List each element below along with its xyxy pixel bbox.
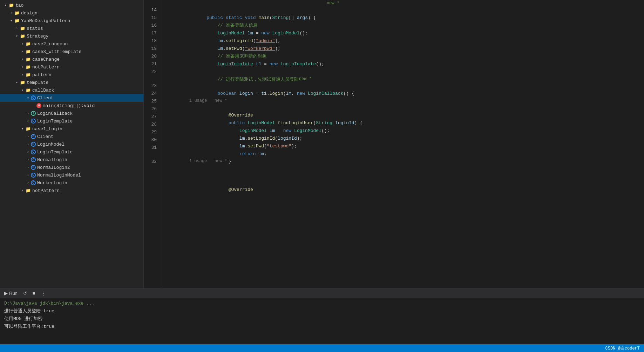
- sidebar-item-main-method[interactable]: m main(String[]):void: [0, 102, 143, 109]
- sidebar-item-normalLoginModel[interactable]: C NormalLoginModel: [0, 171, 143, 179]
- console-output-line-3: 可以登陆工作平台:true: [4, 323, 640, 331]
- chevron-normalLogin: [25, 157, 31, 162]
- label-notPattern-s: notPattern: [32, 65, 60, 70]
- folder-icon-design: 📁: [14, 10, 20, 16]
- rerun-icon: ↺: [23, 291, 27, 296]
- label-normalLogin: NormalLogin: [37, 157, 67, 162]
- code-line-22: // 进行登陆测试，先测试普通人员登陆: [168, 68, 644, 76]
- sidebar-item-workerLogin[interactable]: C WorkerLogin: [0, 179, 143, 187]
- status-bar: CSDN @白coderT: [0, 344, 644, 352]
- chevron-strategy: [14, 33, 20, 39]
- class-icon-client2: C: [31, 134, 36, 139]
- run-tab-button[interactable]: ▶ Run: [3, 290, 19, 297]
- chevron-case2: [20, 41, 25, 47]
- code-line-27: LoginModel lm = new LoginModel();: [168, 119, 644, 127]
- label-loginCallback: LoginCallback: [37, 111, 73, 116]
- label-client: Client: [37, 95, 54, 101]
- chevron-status: [14, 26, 20, 31]
- label-tao: tao: [15, 3, 23, 8]
- class-icon-normalLogin2: C: [31, 165, 36, 170]
- chevron-tao: [3, 2, 8, 8]
- class-icon-normalLoginModel: C: [31, 173, 36, 178]
- sidebar-item-design[interactable]: 📁 design: [0, 9, 143, 17]
- code-line-21: [168, 60, 644, 68]
- chevron-workerLogin: [25, 180, 31, 186]
- chevron-client2: [25, 134, 31, 139]
- console-output: D:\Java\java_jdk\bin\java.exe ... 进行普通人员…: [0, 298, 644, 344]
- label-strategy: Strategy: [27, 34, 48, 39]
- code-line-18: lm.setPwd("workerpwd");: [168, 37, 644, 45]
- code-editor[interactable]: ▶ 14 15 16 17 18 19 20 21 22 23 24 25: [144, 0, 644, 288]
- sidebar-item-tao[interactable]: 📁 tao: [0, 1, 143, 9]
- chevron-caseChange: [20, 57, 25, 62]
- sidebar-item-callBack[interactable]: 📁 callBack: [0, 86, 143, 94]
- rerun-button[interactable]: ↺: [22, 290, 28, 297]
- code-line-31: }: [168, 150, 644, 158]
- label-main-method: main(String[]):void: [43, 103, 95, 108]
- label-callBack: callBack: [32, 88, 54, 93]
- chevron-yanmo: [8, 18, 14, 24]
- sidebar-item-pattern[interactable]: 📁 pattern: [0, 71, 143, 79]
- sidebar-item-loginModel[interactable]: C LoginModel: [0, 140, 143, 148]
- sidebar-item-caseChange[interactable]: 📁 caseChange: [0, 55, 143, 63]
- chevron-case3: [20, 49, 25, 54]
- label-status: status: [27, 26, 43, 31]
- sidebar-item-client2[interactable]: C Client: [0, 133, 143, 140]
- sidebar-item-notPattern2[interactable]: 📁 notPattern: [0, 187, 143, 194]
- code-line-26: public LoginModel findLoginUser(String l…: [168, 112, 644, 119]
- method-icon-main: m: [36, 103, 41, 108]
- code-line-15: // 准备登陆人信息: [168, 14, 644, 22]
- label-design: design: [21, 11, 38, 16]
- run-toolbar: ▶ Run ↺ ■ ⋮: [0, 288, 644, 298]
- code-line-16: LoginModel lm = new LoginModel();: [168, 22, 644, 29]
- label-template: template: [27, 80, 48, 85]
- label-case1: case1_Login: [32, 126, 62, 132]
- class-icon-loginModel: C: [31, 142, 36, 147]
- sidebar-item-loginTemplate[interactable]: C LoginTemplate: [0, 117, 143, 125]
- sidebar-item-status[interactable]: 📁 status: [0, 25, 143, 32]
- sidebar-item-case3[interactable]: 📁 case3_withTemplate: [0, 48, 143, 55]
- code-line-20: LoginTemplate t1 = new LoginTemplate();: [168, 53, 644, 60]
- console-cmd-line: D:\Java\java_jdk\bin\java.exe ...: [4, 300, 640, 307]
- hint-1usage-25: 1 usage new *: [168, 98, 644, 104]
- sidebar-item-case1[interactable]: 📁 case1_Login: [0, 125, 143, 133]
- folder-icon-case1: 📁: [25, 126, 31, 132]
- code-line-25: @Override: [168, 104, 644, 112]
- sidebar-item-client[interactable]: C Client: [0, 94, 143, 102]
- sidebar-item-case2[interactable]: 📁 case2_rongcuo: [0, 40, 143, 48]
- chevron-loginModel: [25, 141, 31, 147]
- label-loginTemplate2: LoginTemplate: [37, 150, 73, 155]
- code-line-28: lm.setLoginId(loginId);: [168, 127, 644, 135]
- class-icon-loginTemplate2: C: [31, 150, 36, 154]
- label-client2: Client: [37, 134, 54, 139]
- sidebar-item-loginTemplate2[interactable]: C LoginTemplate: [0, 148, 143, 156]
- sidebar-item-strategy[interactable]: 📁 Strategy: [0, 32, 143, 40]
- label-case3: case3_withTemplate: [32, 49, 81, 54]
- chevron-notPattern-s: [20, 64, 25, 70]
- sidebar-item-loginCallback[interactable]: I LoginCallback: [0, 109, 143, 117]
- class-icon-loginTemplate: C: [31, 119, 36, 124]
- label-workerLogin: WorkerLogin: [37, 180, 67, 186]
- console-output-line-1: 进行普通人员登陆:true: [4, 307, 640, 315]
- class-icon-client: C: [31, 95, 36, 100]
- sidebar-item-normalLogin2[interactable]: C NormalLogin2: [0, 164, 143, 171]
- sidebar: 📁 tao 📁 design 📁 YanMoDesignPattern 📁 st…: [0, 0, 144, 288]
- label-pattern: pattern: [32, 72, 52, 78]
- more-button[interactable]: ⋮: [40, 290, 47, 297]
- code-line-29: lm.setPwd("testpwd");: [168, 135, 644, 142]
- folder-icon-case3: 📁: [25, 49, 31, 54]
- chevron-design: [8, 10, 14, 16]
- chevron-normalLogin2: [25, 165, 31, 170]
- code-line-32: [168, 164, 644, 172]
- hint-override: [168, 172, 644, 178]
- sidebar-item-template[interactable]: 📁 template: [0, 79, 143, 86]
- play-icon: ▶: [4, 291, 8, 296]
- code-line-30: return lm;: [168, 142, 644, 150]
- stop-button[interactable]: ■: [31, 290, 37, 297]
- sidebar-item-notPattern-s[interactable]: 📁 notPattern: [0, 63, 143, 71]
- label-loginModel: LoginModel: [37, 142, 65, 147]
- sidebar-item-normalLogin[interactable]: C NormalLogin: [0, 156, 143, 164]
- folder-icon-tao: 📁: [8, 2, 14, 8]
- code-line-14: public static void main(String[] args) {: [168, 6, 644, 14]
- sidebar-item-yanmo[interactable]: 📁 YanMoDesignPattern: [0, 17, 143, 25]
